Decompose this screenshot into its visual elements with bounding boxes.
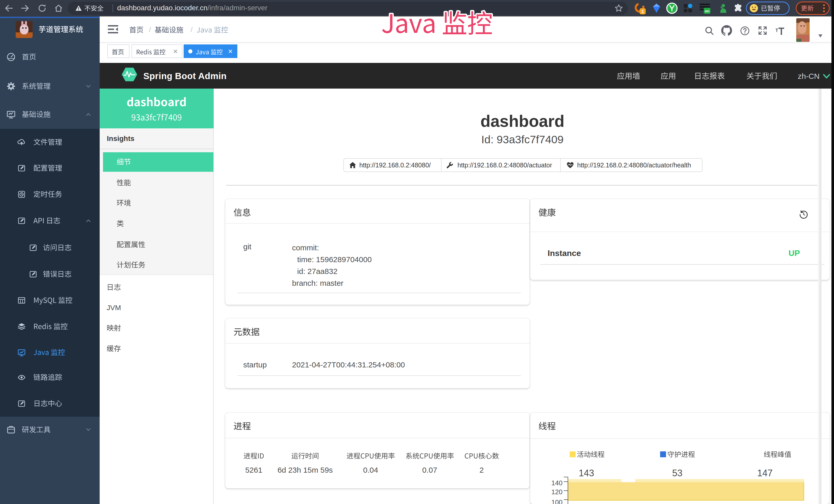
svg-text:on: on [705, 9, 709, 13]
svg-text:1: 1 [641, 9, 644, 14]
